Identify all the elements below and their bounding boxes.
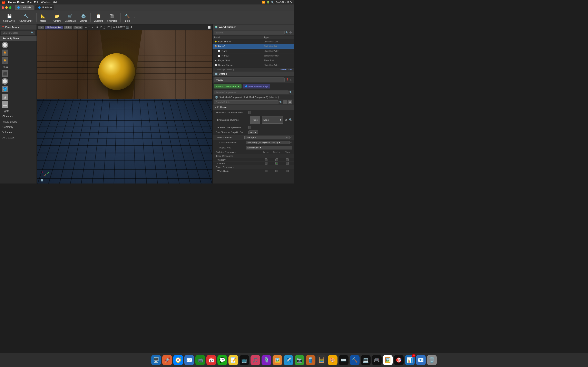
sidebar-item-recently-placed[interactable]: Recently Placed [0, 36, 36, 41]
menu-file[interactable]: File [27, 1, 32, 4]
details-browse-icon[interactable]: ⬚ [290, 78, 292, 81]
sidebar-item-visual-effects[interactable]: Visual Effects [0, 119, 36, 124]
sim-generates-hit-checkbox[interactable] [249, 111, 251, 114]
blueprints-button[interactable]: 📋 Blueprints [92, 12, 104, 23]
add-component-button[interactable]: + + Add Component ▼ [214, 84, 242, 89]
details-search-icon[interactable]: 🔍 [279, 101, 282, 104]
visibility-block-check[interactable] [282, 158, 292, 161]
visibility-overlap-check[interactable] [272, 158, 282, 161]
vp-grid-icon[interactable]: ⊞ [96, 26, 98, 29]
basic-actor-cylinder[interactable]: 🪣 [0, 85, 36, 93]
details-help-icon[interactable]: ❓ [286, 78, 289, 81]
view-options-btn[interactable]: View Options [280, 68, 292, 71]
phys-material-none[interactable]: None [250, 116, 260, 124]
components-search-box[interactable]: 🔍 [213, 90, 294, 95]
outliner-row-plane2[interactable]: 📄 Plane2 StaticMeshActor [213, 53, 294, 58]
worldstatic-block-check[interactable] [282, 170, 292, 172]
actor-row-sphere[interactable]: ⚪ [0, 41, 36, 49]
worldstatic-overlap-cb[interactable] [276, 170, 278, 172]
settings-button[interactable]: ⚙️ Settings [78, 12, 89, 23]
phys-material-reset[interactable]: ↺ [285, 118, 287, 122]
actor-row-person[interactable]: 🧍 [0, 49, 36, 57]
perspective-btn[interactable]: ☑ Perspective [45, 26, 63, 29]
outliner-search-icon[interactable]: 🔍 [285, 31, 288, 34]
visibility-block-cb[interactable] [286, 158, 289, 161]
menu-window[interactable]: Window [41, 1, 51, 4]
apple-menu[interactable]: 🍎 [2, 0, 6, 4]
col-label[interactable]: Label [214, 36, 264, 39]
actor-row-person2[interactable]: 🧍 [0, 57, 36, 64]
worldstatic-ignore-cb[interactable] [265, 170, 268, 172]
menu-help[interactable]: Help [53, 1, 58, 4]
close-button[interactable] [2, 6, 4, 9]
visibility-ignore-cb[interactable] [265, 158, 268, 161]
sidebar-item-volumes[interactable]: Volumes [0, 130, 36, 135]
vp-rotate-icon[interactable]: ↻ [88, 26, 90, 29]
minimize-button[interactable] [5, 6, 8, 9]
phys-material-find[interactable]: 🔍 [289, 118, 292, 122]
component-item-static-mesh[interactable]: ⚙️ StaticMeshComponent (StaticMeshCompon… [213, 95, 294, 100]
vp-translate-icon[interactable]: ⊹ [85, 26, 87, 29]
collision-section-header[interactable]: ▼ Collision [213, 105, 294, 110]
camera-overlap-check[interactable] [272, 162, 282, 165]
camera-block-cb[interactable] [286, 162, 289, 165]
outliner-row-plane[interactable]: 📄 Plane StaticMeshActor [213, 49, 294, 53]
outliner-row-light-source[interactable]: 💡 Light Source DirectionalLight [213, 39, 294, 44]
outliner-add-icon[interactable]: ➕ [289, 31, 292, 34]
outliner-row-maze0[interactable]: 📦 Maze0 StaticMeshActor [213, 44, 294, 49]
blueprint-button[interactable]: 🔷 Blueprint/Add Script [243, 84, 270, 89]
phys-material-dropdown[interactable]: None ▼ [262, 116, 283, 124]
save-current-button[interactable]: 💾 Save Current [2, 12, 17, 23]
sidebar-item-basic[interactable]: Basic [0, 64, 36, 70]
outliner-row-player-start[interactable]: ▶ Player Start PlayerStart [213, 58, 294, 63]
basic-actor-sphere[interactable]: ⚪ [0, 77, 36, 85]
generate-overlap-checkbox[interactable] [249, 126, 251, 129]
sidebar-item-lights[interactable]: Lights [0, 108, 36, 114]
menu-edit[interactable]: Edit [34, 1, 39, 4]
content-button[interactable]: 📁 Content [52, 12, 62, 23]
collision-presets-reset[interactable]: ↺ [290, 136, 292, 139]
camera-overlap-cb[interactable] [276, 162, 278, 165]
components-search-input[interactable] [214, 91, 288, 94]
collision-enabled-dropdown[interactable]: Query Only (No Physics Collision) ▼ [246, 141, 290, 144]
search-classes-box[interactable]: 🔍 [1, 31, 35, 35]
sidebar-item-all-classes[interactable]: All Classes [0, 135, 36, 140]
object-name-input[interactable] [214, 77, 285, 82]
vp-scale-icon[interactable]: ⤢ [92, 26, 94, 29]
tab-untitled-2[interactable]: 🔷 Untitled+ [35, 5, 54, 10]
vp-maximize-icon[interactable]: ⬜ [208, 26, 211, 29]
details-search-box[interactable]: 🔍 ☰ 👁 [213, 100, 294, 105]
basic-actor-plane[interactable]: ▬ [0, 101, 36, 108]
sidebar-item-cinematic[interactable]: Cinematic [0, 114, 36, 119]
details-list-view[interactable]: ☰ [283, 100, 287, 104]
source-control-button[interactable]: 🔧 Source Control [18, 12, 35, 23]
modes-button[interactable]: 📐 Modes [38, 12, 48, 23]
tab-untitled-1[interactable]: 🔷 Untitled+ [15, 5, 34, 10]
viewport[interactable]: ▼ ☑ Perspective ☑ Lit Show ⊹ ↻ ⤢ ⊞ 10 [37, 25, 212, 184]
details-eye-view[interactable]: 👁 [288, 100, 292, 104]
worldstatic-ignore-check[interactable] [261, 170, 271, 172]
show-btn[interactable]: Show [73, 26, 82, 29]
lit-btn[interactable]: ☑ Lit [64, 26, 72, 29]
worldstatic-overlap-check[interactable] [272, 170, 282, 172]
collision-presets-dropdown[interactable]: OverlapAll ▼ [244, 136, 290, 139]
build-button[interactable]: 🔨 Build [122, 12, 132, 23]
camera-ignore-check[interactable] [261, 162, 271, 165]
toolbar-more[interactable]: » [133, 15, 135, 20]
worldstatic-block-cb[interactable] [286, 170, 289, 172]
fullscreen-button[interactable] [9, 6, 11, 9]
can-character-step-dropdown[interactable]: Yes ▼ [249, 131, 258, 134]
viewport-dropdown[interactable]: ▼ [38, 26, 44, 29]
collision-enabled-reset[interactable]: ↺ [290, 141, 292, 144]
basic-actor-slope[interactable]: ◢ [0, 93, 36, 101]
outliner-search[interactable]: 🔍 ➕ [213, 30, 294, 35]
visibility-overlap-cb[interactable] [276, 158, 278, 161]
camera-block-check[interactable] [282, 162, 292, 165]
object-type-dropdown[interactable]: WorldStatic ▼ [246, 146, 292, 150]
marketplace-button[interactable]: 🛒 Marketplace [63, 12, 77, 23]
sidebar-item-geometry[interactable]: Geometry [0, 124, 36, 130]
outliner-row-shape-sphere[interactable]: ⚪ Shape_Sphere StaticMeshActor [213, 63, 294, 67]
details-search-input[interactable] [214, 100, 278, 104]
visibility-ignore-check[interactable] [261, 158, 271, 161]
menubar-search[interactable]: 🔍 [271, 1, 274, 4]
